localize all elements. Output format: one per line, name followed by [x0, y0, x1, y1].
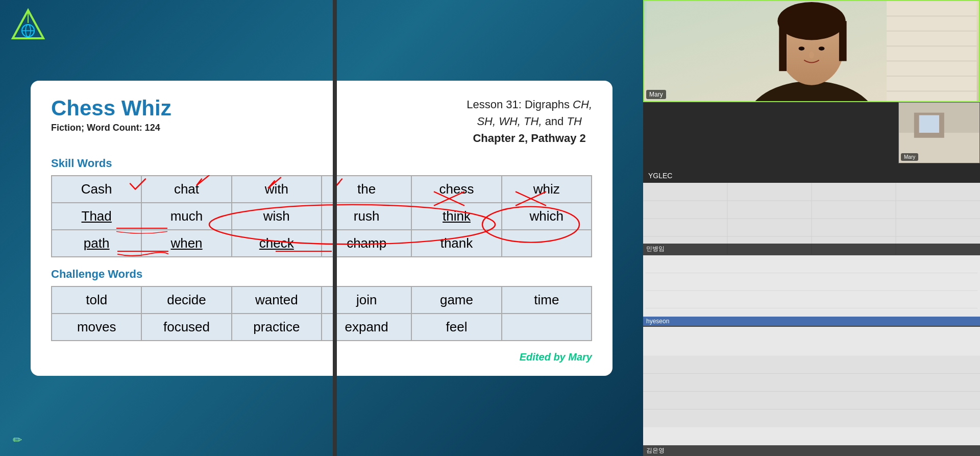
svg-point-28: [819, 46, 825, 51]
video-bg-mary: [644, 1, 979, 101]
word-thank: thank: [411, 230, 501, 257]
participant-panel-1[interactable]: 민병임: [643, 183, 980, 254]
name-tag-secondary: Mary: [901, 153, 918, 161]
table-row: Cash chat with the chess whiz: [52, 176, 592, 203]
word-wanted: wanted: [232, 286, 322, 314]
yglec-label: YGLEC: [643, 169, 980, 183]
word-focused: focused: [141, 314, 231, 341]
lesson-info: Lesson 31: Digraphs CH,SH, WH, TH, and T…: [467, 96, 592, 147]
chapter-text: Chapter 2, Pathway 2: [473, 132, 585, 145]
word-empty2: [502, 314, 592, 341]
svg-rect-33: [919, 115, 939, 133]
word-wish: wish: [232, 203, 322, 230]
participant-panel-2[interactable]: hyeseon: [643, 254, 980, 326]
book-title: Chess Whiz: [51, 96, 172, 121]
word-with: with: [232, 176, 322, 203]
participant-name-2: hyeseon: [643, 317, 980, 326]
participant-name-3: 김은영: [643, 445, 980, 456]
table-row: path when check champ thank: [52, 230, 592, 257]
word-thad: Thad: [52, 203, 141, 230]
challenge-words-container: told decide wanted join game time moves …: [51, 286, 592, 341]
challenge-words-table: told decide wanted join game time moves …: [51, 286, 592, 341]
content-card: Chess Whiz Fiction; Word Count: 124 Less…: [31, 81, 612, 376]
word-feel: feel: [411, 314, 501, 341]
main-presentation-area: Chess Whiz Fiction; Word Count: 124 Less…: [0, 0, 643, 456]
word-game: game: [411, 286, 501, 314]
name-tag-mary: Mary: [646, 90, 666, 99]
word-time: time: [502, 286, 592, 314]
video-feed-secondary[interactable]: Mary: [898, 102, 980, 163]
word-which: which: [502, 203, 592, 230]
edited-by: Edited by Mary: [51, 351, 592, 363]
word-think: think: [411, 203, 501, 230]
participant-name-1: 민병임: [643, 244, 980, 254]
word-chess: chess: [411, 176, 501, 203]
word-practice: practice: [232, 314, 322, 341]
svg-point-27: [799, 46, 805, 51]
book-subtitle: Fiction; Word Count: 124: [51, 123, 172, 133]
title-block: Chess Whiz Fiction; Word Count: 124: [51, 96, 172, 133]
word-moves: moves: [52, 314, 141, 341]
logo: [10, 8, 46, 43]
table-row: moves focused practice expand feel: [52, 314, 592, 341]
word-cash: Cash: [52, 176, 141, 203]
table-row: told decide wanted join game time: [52, 286, 592, 314]
skill-words-table: Cash chat with the chess whiz Thad much …: [51, 175, 592, 257]
svg-rect-25: [779, 21, 787, 71]
word-path: path: [52, 230, 141, 257]
video-feed-secondary-container: Mary: [643, 102, 980, 169]
word-whiz: whiz: [502, 176, 592, 203]
participant-panel-3[interactable]: 김은영: [643, 326, 980, 456]
word-chat: chat: [141, 176, 231, 203]
sidebar-content: Mary Mary YGLEC: [643, 0, 980, 456]
lesson-text: Lesson 31: Digraphs CH,SH, WH, TH, and T…: [467, 98, 592, 128]
pencil-icon[interactable]: ✏: [13, 434, 22, 447]
word-told: told: [52, 286, 141, 314]
word-empty: [502, 230, 592, 257]
skill-words-container: Cash chat with the chess whiz Thad much …: [51, 175, 592, 257]
divider: [333, 0, 337, 456]
challenge-words-label: Challenge Words: [51, 268, 592, 281]
word-when: when: [141, 230, 231, 257]
skill-words-label: Skill Words: [51, 157, 592, 170]
video-feed-mary[interactable]: Mary: [643, 0, 980, 102]
svg-rect-26: [839, 21, 847, 61]
word-check: check: [232, 230, 322, 257]
word-much: much: [141, 203, 231, 230]
word-decide: decide: [141, 286, 231, 314]
svg-point-24: [777, 2, 845, 40]
sidebar: Mary Mary YGLEC: [643, 0, 980, 456]
svg-point-29: [809, 52, 814, 59]
table-row: Thad much wish rush think which: [52, 203, 592, 230]
card-header: Chess Whiz Fiction; Word Count: 124 Less…: [51, 96, 592, 147]
